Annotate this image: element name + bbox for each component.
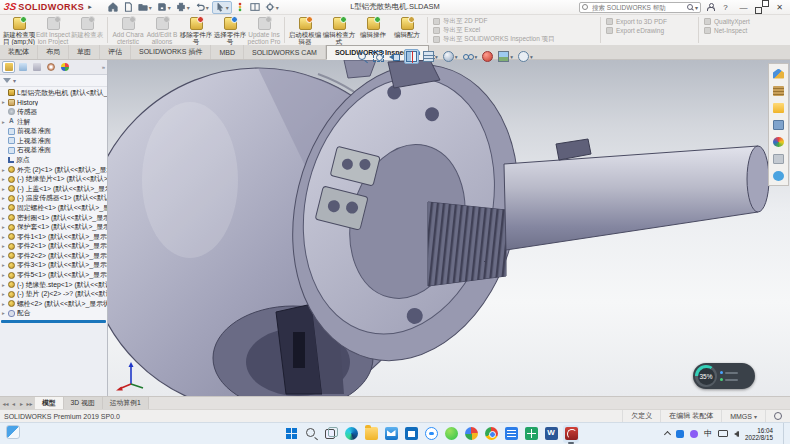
quick-access-button[interactable]: ▾ <box>174 1 192 14</box>
tree-item[interactable]: ▸ (-) 上盖<1> (默认<<默认>_显示状态 <box>0 184 107 194</box>
ribbon-button[interactable]: 编辑操作 <box>356 16 390 38</box>
taskbar-app[interactable] <box>363 425 379 443</box>
quick-access-button[interactable]: ▾ <box>155 1 173 14</box>
network-monitor-icon[interactable] <box>718 430 728 437</box>
command-tab[interactable]: SOLIDWORKS CAM <box>244 45 326 59</box>
show-desktop-button[interactable] <box>783 423 786 444</box>
tree-item[interactable]: ▸ 右视基准面 <box>0 146 107 156</box>
ribbon-export-button[interactable]: Export to 3D PDF <box>606 17 693 25</box>
view-tool-button[interactable]: ▾ <box>404 49 419 64</box>
taskbar-app[interactable] <box>323 425 339 443</box>
view-tool-button[interactable]: ▾ <box>356 50 369 63</box>
ribbon-button[interactable]: Edit Inspection Project <box>36 16 70 45</box>
task-pane-tab[interactable] <box>771 169 786 182</box>
taskbar-app[interactable] <box>543 425 559 443</box>
taskbar-app[interactable] <box>283 425 299 443</box>
search-icon[interactable] <box>687 4 693 10</box>
minimize-button[interactable]: — <box>737 1 750 14</box>
tree-item[interactable]: ▸ 固定螺栓<1> (默认<<默认>_显示状 <box>0 203 107 213</box>
task-pane-tab[interactable] <box>771 67 786 80</box>
filter-caret-icon[interactable]: ▾ <box>13 77 16 84</box>
widgets-icon[interactable] <box>6 425 20 439</box>
search-caret-icon[interactable]: ▾ <box>695 4 698 11</box>
tree-item[interactable]: ▸ 配合 <box>0 309 107 319</box>
ribbon-quality-button[interactable]: Net-Inspect <box>704 26 776 34</box>
command-tab[interactable]: 装配体 <box>0 45 38 59</box>
view-tool-button[interactable]: ▾ <box>372 50 385 63</box>
tray-app-purple-icon[interactable] <box>690 430 698 438</box>
tree-item[interactable]: ▸ 保护套<1> (默认<<默认>_显示状态 <box>0 222 107 232</box>
panel-tab[interactable] <box>2 61 15 73</box>
overlay-zoom-widget[interactable]: 35% <box>693 363 755 389</box>
close-button[interactable]: ✕ <box>773 1 786 14</box>
quick-access-button[interactable]: ▾ <box>136 1 154 14</box>
quick-access-button[interactable]: ▾ <box>263 1 281 14</box>
tree-item[interactable]: ▸ L型铝壳散热电机 (默认<默认_显示状态-1>) <box>0 88 107 98</box>
taskbar-app[interactable] <box>483 425 499 443</box>
ribbon-export-button[interactable]: 导出至 2D PDF <box>433 17 595 25</box>
command-tab[interactable]: MBD <box>211 45 244 59</box>
ribbon-button[interactable]: Add Characteristic <box>111 16 145 45</box>
view-tool-button[interactable]: ▾ <box>422 50 439 63</box>
tree-item[interactable]: ▸ 注解 <box>0 117 107 127</box>
tree-item[interactable]: ▸ 零件2<1> (默认<<默认>_显示状态 <box>0 242 107 252</box>
quick-access-button[interactable]: ▾ <box>193 1 211 14</box>
quick-access-button[interactable]: ▾ <box>121 1 135 14</box>
taskbar-app[interactable] <box>403 425 419 443</box>
command-tab[interactable]: 评估 <box>100 45 131 59</box>
quick-access-button[interactable]: ▾ <box>212 1 232 14</box>
quick-access-button[interactable]: ▾ <box>233 1 247 14</box>
ribbon-button[interactable]: 选择零件序号 <box>213 16 247 45</box>
tree-item[interactable]: ▸ 零件5<1> (默认<<默认>_显示状态 <box>0 270 107 280</box>
task-pane-tab[interactable] <box>771 118 786 131</box>
help-button[interactable]: ? <box>719 1 732 14</box>
tree-item[interactable]: ▸ 螺栓<2> (默认<<默认>_显示状态 <box>0 299 107 309</box>
taskbar-app[interactable] <box>563 425 579 443</box>
command-tab[interactable]: 布局 <box>38 45 69 59</box>
ime-indicator[interactable]: 中 <box>704 428 712 439</box>
tree-item[interactable]: ▸ 外壳 (2)<1> (默认<<默认>_显示状态 <box>0 165 107 175</box>
task-pane-tab[interactable] <box>771 101 786 114</box>
view-tool-button[interactable]: ▾ <box>388 50 401 63</box>
ribbon-export-button[interactable]: Export eDrawing <box>606 26 693 34</box>
view-tool-button[interactable]: ▾ <box>462 50 479 63</box>
search-scope-icon[interactable] <box>582 4 588 10</box>
globe-status[interactable] <box>765 410 790 422</box>
tree-item[interactable]: ▸ 原点 <box>0 155 107 165</box>
tab-scroll-next-icon[interactable]: ▸ <box>18 400 25 407</box>
command-tab[interactable]: 草图 <box>69 45 100 59</box>
ribbon-quality-button[interactable]: QualityXpert <box>704 17 776 25</box>
taskbar-app[interactable] <box>383 425 399 443</box>
quick-access-button[interactable]: ▾ <box>106 1 120 14</box>
taskbar-app[interactable] <box>343 425 359 443</box>
menu-expand-arrow[interactable]: ▸ <box>88 3 92 11</box>
view-tool-button[interactable]: ▾ <box>442 50 459 63</box>
tree-item[interactable]: ▸ 传感器 <box>0 107 107 117</box>
login-user-icon[interactable] <box>706 3 714 11</box>
task-pane-tab[interactable] <box>771 84 786 97</box>
tree-item[interactable]: ▸ 上视基准面 <box>0 136 107 146</box>
taskbar-app[interactable] <box>443 425 459 443</box>
ribbon-export-button[interactable]: 导出至 Excel <box>433 26 595 34</box>
panel-tab[interactable] <box>30 61 43 73</box>
ribbon-button[interactable]: Add/Edit Balloons <box>145 16 179 45</box>
task-pane-tab[interactable] <box>771 135 786 148</box>
ribbon-button[interactable]: 编辑配方 <box>390 16 424 38</box>
panel-tab[interactable] <box>16 61 29 73</box>
tree-item[interactable]: ▸ (-) 垫片 (2)<2> ->? (默认<<默认> <box>0 289 107 299</box>
view-tool-button[interactable]: ▾ <box>517 50 534 63</box>
tab-scroll-last-icon[interactable]: ▸▸ <box>26 400 33 407</box>
tab-scroll-prev-icon[interactable]: ◂ <box>10 400 17 407</box>
taskbar-app[interactable] <box>303 425 319 443</box>
search-input[interactable] <box>590 3 685 12</box>
ribbon-button[interactable]: 编辑检查方式 <box>322 16 356 45</box>
hidden-icons-chevron-icon[interactable] <box>664 431 671 438</box>
ribbon-export-button[interactable]: 导出至 SOLIDWORKS Inspection 项目 <box>433 35 595 43</box>
document-tab[interactable]: 模型 <box>35 397 64 409</box>
taskbar-clock[interactable]: 16:04 2022/8/15 <box>745 427 773 441</box>
tree-item[interactable]: ▸ (-) 绝缘垫片<1> (默认<<默认>_显示状 <box>0 174 107 184</box>
tree-item[interactable]: ▸ 零件1<1> (默认<<默认>_显示状态 <box>0 232 107 242</box>
filter-icon[interactable] <box>3 78 11 83</box>
volume-icon[interactable] <box>734 431 739 437</box>
tray-app-blue-icon[interactable] <box>676 430 684 438</box>
